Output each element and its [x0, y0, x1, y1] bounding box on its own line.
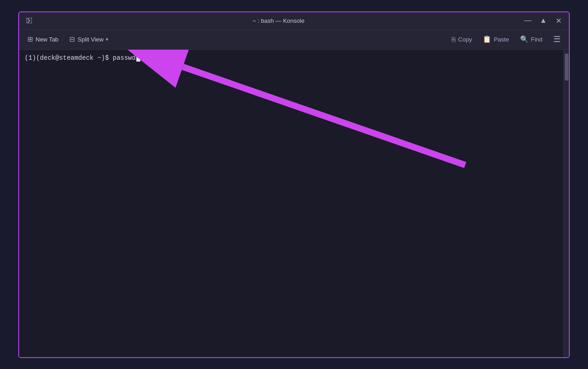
- terminal-cursor: [136, 54, 140, 62]
- prompt-text: (1)(deck@steamdeck ~)$ passwd: [25, 54, 136, 62]
- toolbar: ⊞ New Tab ⊟ Split View ▾ ⎘ Copy 📋 Paste …: [19, 30, 569, 50]
- menu-button[interactable]: ☰: [549, 32, 565, 47]
- find-icon: 🔍: [520, 35, 529, 43]
- find-label: Find: [531, 36, 542, 43]
- scrollbar[interactable]: [563, 50, 569, 357]
- new-tab-button[interactable]: ⊞ New Tab: [23, 33, 63, 46]
- copy-label: Copy: [458, 36, 472, 43]
- copy-icon: ⎘: [452, 36, 456, 43]
- terminal-container: (1)(deck@steamdeck ~)$ passwd: [19, 50, 569, 357]
- paste-button[interactable]: 📋 Paste: [478, 33, 513, 46]
- find-button[interactable]: 🔍 Find: [516, 33, 547, 46]
- terminal[interactable]: (1)(deck@steamdeck ~)$ passwd: [19, 50, 563, 357]
- svg-line-1: [183, 67, 465, 165]
- hamburger-icon: ☰: [553, 34, 561, 44]
- terminal-dots-overlay: [19, 50, 563, 357]
- split-view-chevron-icon: ▾: [106, 36, 108, 42]
- maximize-button[interactable]: ▲: [539, 16, 548, 25]
- konsole-window: ~ : bash — Konsole — ▲ ✕ ⊞ New Tab ⊟ Spl…: [18, 11, 570, 358]
- minimize-button[interactable]: —: [523, 16, 532, 25]
- titlebar-left: [25, 16, 34, 25]
- close-button[interactable]: ✕: [554, 16, 563, 25]
- annotation-arrow: [19, 50, 563, 357]
- new-tab-icon: ⊞: [27, 35, 33, 43]
- new-tab-label: New Tab: [36, 36, 58, 43]
- titlebar-title: ~ : bash — Konsole: [253, 17, 304, 24]
- titlebar: ~ : bash — Konsole — ▲ ✕: [19, 12, 569, 30]
- scrollbar-thumb[interactable]: [565, 53, 568, 81]
- terminal-icon: [25, 16, 34, 25]
- split-view-label: Split View: [77, 36, 103, 43]
- toolbar-right: ⎘ Copy 📋 Paste 🔍 Find ☰: [447, 32, 565, 47]
- terminal-prompt-line: (1)(deck@steamdeck ~)$ passwd: [25, 54, 558, 62]
- split-view-icon: ⊟: [69, 35, 75, 43]
- paste-label: Paste: [494, 36, 509, 43]
- copy-button[interactable]: ⎘ Copy: [447, 33, 476, 46]
- paste-icon: 📋: [483, 35, 491, 43]
- split-view-button[interactable]: ⊟ Split View ▾: [65, 33, 113, 46]
- titlebar-controls: — ▲ ✕: [523, 16, 563, 25]
